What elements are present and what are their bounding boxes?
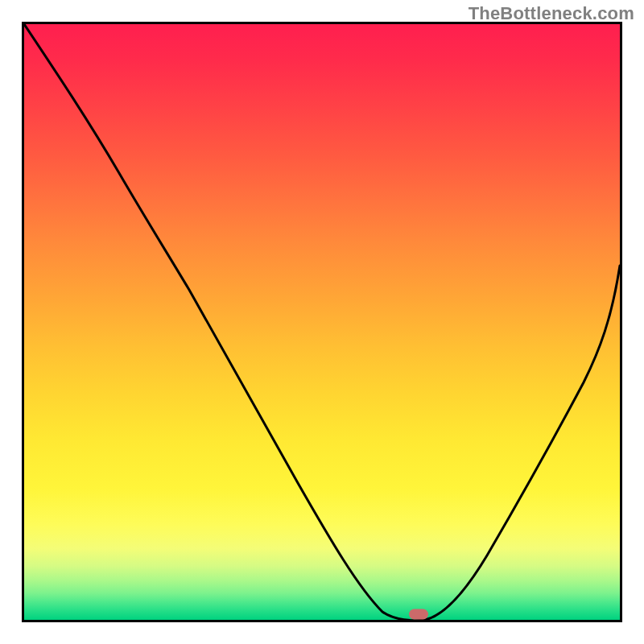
plot-frame bbox=[22, 22, 622, 622]
bottleneck-curve bbox=[24, 24, 620, 620]
chart-container: TheBottleneck.com bbox=[0, 0, 644, 644]
curve-path bbox=[24, 24, 620, 620]
optimum-marker bbox=[409, 609, 428, 620]
watermark-label: TheBottleneck.com bbox=[469, 3, 634, 24]
